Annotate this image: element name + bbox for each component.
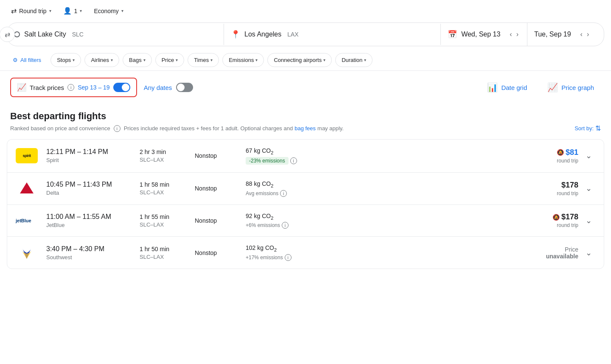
flight-time-text: 3:40 PM – 4:30 PM <box>46 245 140 253</box>
airlines-chevron-icon: ▾ <box>111 58 113 62</box>
price-filter-button[interactable]: Price ▾ <box>155 53 185 67</box>
emissions-text: 67 kg CO2 <box>246 147 519 155</box>
origin-input[interactable]: Salt Lake City SLC <box>7 24 224 45</box>
any-dates-label[interactable]: Any dates <box>144 84 172 91</box>
emissions-badge: -23% emissions <box>246 157 289 165</box>
flight-airline-name: Spirit <box>46 157 140 163</box>
sort-button[interactable]: ⇅ <box>595 124 601 132</box>
flight-duration: 2 hr 3 min SLC–LAX <box>140 148 195 163</box>
table-row[interactable]: jetBlue 11:00 AM – 11:55 AM JetBlue 1 hr… <box>7 205 604 237</box>
price-round-trip: round trip <box>519 222 578 228</box>
bell-slash-icon: 🔕 <box>557 149 564 156</box>
expand-flight-button[interactable]: ⌄ <box>582 246 595 260</box>
chevron-down-icon: ⌄ <box>586 248 592 258</box>
return-next-button[interactable]: › <box>585 29 591 40</box>
expand-flight-button[interactable]: ⌄ <box>582 214 595 227</box>
trip-type-label: Round trip <box>19 8 47 14</box>
airlines-filter-button[interactable]: Airlines ▾ <box>84 53 119 67</box>
bags-filter-button[interactable]: Bags ▾ <box>123 53 152 67</box>
track-prices-date-range: Sep 13 – 19 <box>78 84 110 91</box>
date-grid-label: Date grid <box>501 84 527 91</box>
cabin-class-button[interactable]: Economy ▾ <box>90 5 127 17</box>
location-pin-icon: 📍 <box>231 30 240 39</box>
chevron-down-icon: ⌄ <box>586 184 592 193</box>
results-may-apply: may apply. <box>317 125 344 132</box>
bag-fees-link[interactable]: bag fees <box>294 125 316 132</box>
track-prices-right: 📊 Date grid 📈 Price graph <box>480 79 601 96</box>
return-prev-button[interactable]: ‹ <box>579 29 584 40</box>
chevron-down-icon: ⌄ <box>586 216 592 225</box>
date-grid-button[interactable]: 📊 Date grid <box>480 79 534 96</box>
times-filter-button[interactable]: Times ▾ <box>188 53 219 67</box>
any-dates-toggle[interactable] <box>176 83 193 92</box>
price-graph-button[interactable]: 📈 Price graph <box>541 79 601 96</box>
stops-filter-button[interactable]: Stops ▾ <box>50 53 81 67</box>
sort-by-wrapper: Sort by: ⇅ <box>575 124 601 132</box>
price-unavailable-label: Price <box>519 246 578 253</box>
origin-dot-icon <box>14 31 20 37</box>
emissions-filter-label: Emissions <box>229 57 254 63</box>
table-row[interactable]: 3:40 PM – 4:30 PM Southwest 1 hr 50 min … <box>7 237 604 269</box>
duration-text: 2 hr 3 min <box>140 148 195 155</box>
flight-time-text: 10:45 PM – 11:43 PM <box>46 181 140 188</box>
track-prices-box: 📈 Track prices i Sep 13 – 19 <box>10 78 137 97</box>
expand-flight-button[interactable]: ⌄ <box>582 182 595 195</box>
results-header: Best departing flights Ranked based on p… <box>0 104 611 136</box>
results-subtitle-text: Ranked based on price and convenience <box>10 125 110 132</box>
depart-prev-button[interactable]: ‹ <box>508 29 513 40</box>
origin-code: SLC <box>72 31 84 38</box>
swap-locations-button[interactable]: ⇄ <box>0 27 15 42</box>
airline-logo: spirit <box>16 148 38 163</box>
duration-chevron-icon: ▾ <box>364 58 366 62</box>
emissions-plus-info-icon[interactable]: i <box>282 222 289 229</box>
all-filters-button[interactable]: ⚙ All filters <box>7 53 47 67</box>
table-row[interactable]: spirit 12:11 PM – 1:14 PM Spirit 2 hr 3 … <box>7 140 604 173</box>
depart-date-input[interactable]: 📅 Wed, Sep 13 ‹ › <box>441 23 527 46</box>
emissions-filter-button[interactable]: Emissions ▾ <box>222 53 264 67</box>
stops-text: Nonstop <box>195 249 246 256</box>
trip-type-button[interactable]: ⇄ Round trip ▾ <box>7 4 56 17</box>
connecting-airports-filter-button[interactable]: Connecting airports ▾ <box>267 53 332 67</box>
destination-code: LAX <box>287 31 298 38</box>
price-amount: $178 <box>561 213 578 221</box>
flight-times: 12:11 PM – 1:14 PM Spirit <box>46 148 140 163</box>
price-display: 🔕 $81 <box>519 148 578 157</box>
passengers-chevron: ▾ <box>80 8 82 13</box>
sort-by-label: Sort by: <box>575 125 594 132</box>
emissions-avg-info-icon[interactable]: i <box>280 190 287 197</box>
price-graph-icon: 📈 <box>547 82 558 92</box>
expand-flight-button[interactable]: ⌄ <box>582 149 595 162</box>
duration-filter-button[interactable]: Duration ▾ <box>335 53 373 67</box>
emissions-info-icon[interactable]: i <box>290 157 297 164</box>
stops-filter-label: Stops <box>57 57 71 63</box>
duration-text: 1 hr 58 min <box>140 181 195 188</box>
table-row[interactable]: 10:45 PM – 11:43 PM Delta 1 hr 58 min SL… <box>7 173 604 205</box>
emissions-chevron-icon: ▾ <box>255 58 258 62</box>
flight-price: 🔕 $178 round trip <box>519 213 578 228</box>
passengers-label: 1 <box>74 8 78 14</box>
chevron-down-icon: ⌄ <box>586 151 592 160</box>
results-price-note: Prices include required taxes + fees for… <box>124 125 293 132</box>
track-prices-section: 📈 Track prices i Sep 13 – 19 Any dates 📊… <box>0 71 611 104</box>
flight-airline-name: Southwest <box>46 254 140 260</box>
flight-stops: Nonstop <box>195 152 246 159</box>
return-date-input[interactable]: Tue, Sep 19 ‹ › <box>527 23 604 46</box>
price-amount: $178 <box>519 181 578 190</box>
trending-up-icon: 📈 <box>17 83 26 92</box>
emissions-plus-info-icon[interactable]: i <box>285 254 291 261</box>
flight-duration: 1 hr 55 min SLC–LAX <box>140 213 195 228</box>
airline-logo <box>16 245 38 260</box>
times-filter-label: Times <box>194 57 209 63</box>
duration-filter-label: Duration <box>342 57 362 63</box>
track-prices-toggle[interactable] <box>113 83 130 92</box>
passengers-button[interactable]: 👤 1 ▾ <box>59 4 87 17</box>
track-prices-info-icon[interactable]: i <box>67 84 74 91</box>
flight-times: 3:40 PM – 4:30 PM Southwest <box>46 245 140 260</box>
emissions-text: 102 kg CO2 <box>246 244 519 252</box>
destination-input[interactable]: 📍 Los Angeles LAX <box>224 24 441 45</box>
delta-logo <box>19 181 34 196</box>
route-text: SLC–LAX <box>140 189 195 196</box>
flights-list: spirit 12:11 PM – 1:14 PM Spirit 2 hr 3 … <box>7 139 604 269</box>
flight-price: 🔕 $81 round trip <box>519 148 578 164</box>
depart-next-button[interactable]: › <box>515 29 520 40</box>
